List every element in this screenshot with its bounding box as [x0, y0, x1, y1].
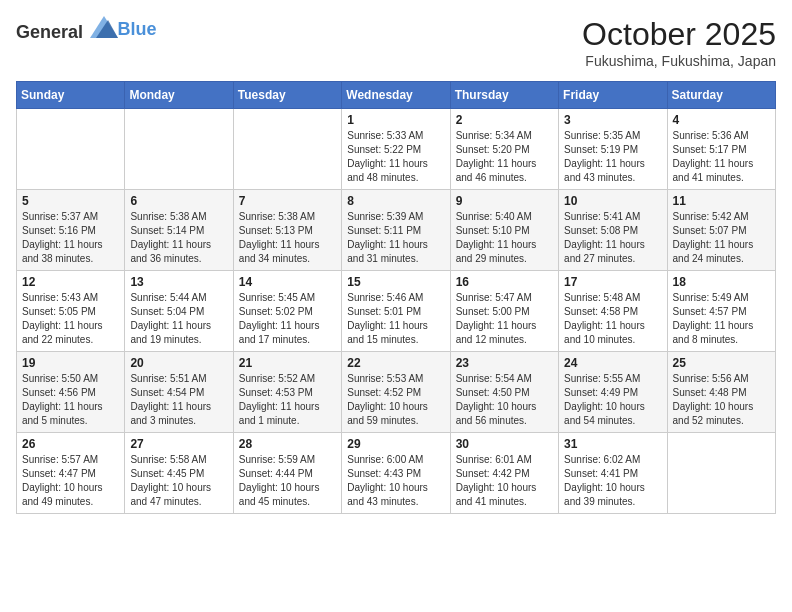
day-info: Sunrise: 5:47 AM Sunset: 5:00 PM Dayligh…	[456, 291, 553, 347]
day-info: Sunrise: 5:37 AM Sunset: 5:16 PM Dayligh…	[22, 210, 119, 266]
day-cell-17: 17Sunrise: 5:48 AM Sunset: 4:58 PM Dayli…	[559, 271, 667, 352]
day-info: Sunrise: 5:57 AM Sunset: 4:47 PM Dayligh…	[22, 453, 119, 509]
day-info: Sunrise: 5:48 AM Sunset: 4:58 PM Dayligh…	[564, 291, 661, 347]
day-info: Sunrise: 5:55 AM Sunset: 4:49 PM Dayligh…	[564, 372, 661, 428]
week-row-4: 19Sunrise: 5:50 AM Sunset: 4:56 PM Dayli…	[17, 352, 776, 433]
day-number: 14	[239, 275, 336, 289]
day-info: Sunrise: 5:34 AM Sunset: 5:20 PM Dayligh…	[456, 129, 553, 185]
day-info: Sunrise: 5:58 AM Sunset: 4:45 PM Dayligh…	[130, 453, 227, 509]
day-cell-23: 23Sunrise: 5:54 AM Sunset: 4:50 PM Dayli…	[450, 352, 558, 433]
header-day-wednesday: Wednesday	[342, 82, 450, 109]
day-number: 22	[347, 356, 444, 370]
day-number: 25	[673, 356, 770, 370]
week-row-3: 12Sunrise: 5:43 AM Sunset: 5:05 PM Dayli…	[17, 271, 776, 352]
day-info: Sunrise: 5:53 AM Sunset: 4:52 PM Dayligh…	[347, 372, 444, 428]
day-number: 26	[22, 437, 119, 451]
day-cell-25: 25Sunrise: 5:56 AM Sunset: 4:48 PM Dayli…	[667, 352, 775, 433]
day-number: 5	[22, 194, 119, 208]
logo: General Blue	[16, 16, 157, 43]
day-cell-13: 13Sunrise: 5:44 AM Sunset: 5:04 PM Dayli…	[125, 271, 233, 352]
day-number: 29	[347, 437, 444, 451]
day-number: 20	[130, 356, 227, 370]
day-cell-21: 21Sunrise: 5:52 AM Sunset: 4:53 PM Dayli…	[233, 352, 341, 433]
day-cell-30: 30Sunrise: 6:01 AM Sunset: 4:42 PM Dayli…	[450, 433, 558, 514]
day-number: 11	[673, 194, 770, 208]
day-cell-9: 9Sunrise: 5:40 AM Sunset: 5:10 PM Daylig…	[450, 190, 558, 271]
day-number: 16	[456, 275, 553, 289]
day-info: Sunrise: 5:43 AM Sunset: 5:05 PM Dayligh…	[22, 291, 119, 347]
day-cell-3: 3Sunrise: 5:35 AM Sunset: 5:19 PM Daylig…	[559, 109, 667, 190]
day-cell-16: 16Sunrise: 5:47 AM Sunset: 5:00 PM Dayli…	[450, 271, 558, 352]
empty-cell	[17, 109, 125, 190]
day-number: 1	[347, 113, 444, 127]
day-number: 19	[22, 356, 119, 370]
day-number: 7	[239, 194, 336, 208]
header-day-friday: Friday	[559, 82, 667, 109]
day-number: 3	[564, 113, 661, 127]
week-row-1: 1Sunrise: 5:33 AM Sunset: 5:22 PM Daylig…	[17, 109, 776, 190]
day-info: Sunrise: 5:40 AM Sunset: 5:10 PM Dayligh…	[456, 210, 553, 266]
day-cell-26: 26Sunrise: 5:57 AM Sunset: 4:47 PM Dayli…	[17, 433, 125, 514]
day-info: Sunrise: 5:54 AM Sunset: 4:50 PM Dayligh…	[456, 372, 553, 428]
day-cell-20: 20Sunrise: 5:51 AM Sunset: 4:54 PM Dayli…	[125, 352, 233, 433]
location-title: Fukushima, Fukushima, Japan	[582, 53, 776, 69]
day-number: 2	[456, 113, 553, 127]
empty-cell	[233, 109, 341, 190]
day-cell-29: 29Sunrise: 6:00 AM Sunset: 4:43 PM Dayli…	[342, 433, 450, 514]
header-day-monday: Monday	[125, 82, 233, 109]
day-info: Sunrise: 5:52 AM Sunset: 4:53 PM Dayligh…	[239, 372, 336, 428]
day-info: Sunrise: 5:44 AM Sunset: 5:04 PM Dayligh…	[130, 291, 227, 347]
day-number: 23	[456, 356, 553, 370]
day-info: Sunrise: 5:33 AM Sunset: 5:22 PM Dayligh…	[347, 129, 444, 185]
day-info: Sunrise: 6:01 AM Sunset: 4:42 PM Dayligh…	[456, 453, 553, 509]
day-cell-18: 18Sunrise: 5:49 AM Sunset: 4:57 PM Dayli…	[667, 271, 775, 352]
day-number: 6	[130, 194, 227, 208]
day-cell-11: 11Sunrise: 5:42 AM Sunset: 5:07 PM Dayli…	[667, 190, 775, 271]
logo-blue: Blue	[118, 19, 157, 39]
day-number: 9	[456, 194, 553, 208]
day-info: Sunrise: 5:51 AM Sunset: 4:54 PM Dayligh…	[130, 372, 227, 428]
day-info: Sunrise: 5:59 AM Sunset: 4:44 PM Dayligh…	[239, 453, 336, 509]
day-number: 24	[564, 356, 661, 370]
day-info: Sunrise: 6:02 AM Sunset: 4:41 PM Dayligh…	[564, 453, 661, 509]
day-number: 17	[564, 275, 661, 289]
day-cell-6: 6Sunrise: 5:38 AM Sunset: 5:14 PM Daylig…	[125, 190, 233, 271]
day-number: 10	[564, 194, 661, 208]
day-number: 27	[130, 437, 227, 451]
header-row: SundayMondayTuesdayWednesdayThursdayFrid…	[17, 82, 776, 109]
calendar: SundayMondayTuesdayWednesdayThursdayFrid…	[16, 81, 776, 514]
day-info: Sunrise: 5:35 AM Sunset: 5:19 PM Dayligh…	[564, 129, 661, 185]
week-row-2: 5Sunrise: 5:37 AM Sunset: 5:16 PM Daylig…	[17, 190, 776, 271]
month-title: October 2025	[582, 16, 776, 53]
empty-cell	[667, 433, 775, 514]
day-cell-19: 19Sunrise: 5:50 AM Sunset: 4:56 PM Dayli…	[17, 352, 125, 433]
logo-general: General	[16, 22, 83, 42]
day-cell-4: 4Sunrise: 5:36 AM Sunset: 5:17 PM Daylig…	[667, 109, 775, 190]
day-cell-2: 2Sunrise: 5:34 AM Sunset: 5:20 PM Daylig…	[450, 109, 558, 190]
day-cell-28: 28Sunrise: 5:59 AM Sunset: 4:44 PM Dayli…	[233, 433, 341, 514]
day-info: Sunrise: 5:46 AM Sunset: 5:01 PM Dayligh…	[347, 291, 444, 347]
day-info: Sunrise: 5:42 AM Sunset: 5:07 PM Dayligh…	[673, 210, 770, 266]
day-info: Sunrise: 5:41 AM Sunset: 5:08 PM Dayligh…	[564, 210, 661, 266]
day-cell-22: 22Sunrise: 5:53 AM Sunset: 4:52 PM Dayli…	[342, 352, 450, 433]
day-cell-31: 31Sunrise: 6:02 AM Sunset: 4:41 PM Dayli…	[559, 433, 667, 514]
day-number: 15	[347, 275, 444, 289]
day-info: Sunrise: 5:39 AM Sunset: 5:11 PM Dayligh…	[347, 210, 444, 266]
header-day-tuesday: Tuesday	[233, 82, 341, 109]
day-number: 30	[456, 437, 553, 451]
day-info: Sunrise: 5:38 AM Sunset: 5:13 PM Dayligh…	[239, 210, 336, 266]
header-day-thursday: Thursday	[450, 82, 558, 109]
day-cell-1: 1Sunrise: 5:33 AM Sunset: 5:22 PM Daylig…	[342, 109, 450, 190]
day-number: 28	[239, 437, 336, 451]
day-number: 18	[673, 275, 770, 289]
day-cell-5: 5Sunrise: 5:37 AM Sunset: 5:16 PM Daylig…	[17, 190, 125, 271]
day-info: Sunrise: 5:56 AM Sunset: 4:48 PM Dayligh…	[673, 372, 770, 428]
day-info: Sunrise: 5:45 AM Sunset: 5:02 PM Dayligh…	[239, 291, 336, 347]
day-cell-12: 12Sunrise: 5:43 AM Sunset: 5:05 PM Dayli…	[17, 271, 125, 352]
day-cell-8: 8Sunrise: 5:39 AM Sunset: 5:11 PM Daylig…	[342, 190, 450, 271]
week-row-5: 26Sunrise: 5:57 AM Sunset: 4:47 PM Dayli…	[17, 433, 776, 514]
day-number: 12	[22, 275, 119, 289]
day-info: Sunrise: 5:36 AM Sunset: 5:17 PM Dayligh…	[673, 129, 770, 185]
day-number: 4	[673, 113, 770, 127]
day-number: 21	[239, 356, 336, 370]
